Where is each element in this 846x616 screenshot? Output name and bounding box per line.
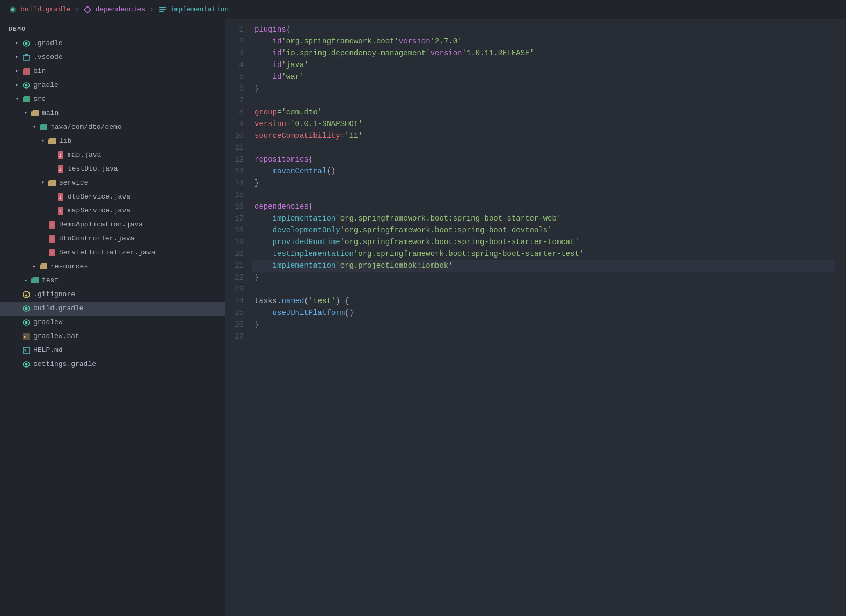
breadcrumb-gradle-file[interactable]: build.gradle: [20, 5, 71, 13]
code-line-4: id 'java': [252, 59, 835, 71]
sidebar-label: .gradle: [33, 38, 63, 49]
sidebar-item-map-java[interactable]: J map.java: [0, 148, 225, 162]
sidebar-item-service[interactable]: service: [0, 176, 225, 190]
bat-file-icon: ▶: [21, 332, 31, 341]
sidebar-item-mapservice-java[interactable]: J mapService.java: [0, 204, 225, 218]
sidebar-label: dtoService.java: [68, 191, 130, 203]
code-line-2: id 'org.springframework.boot' version '2…: [252, 35, 835, 47]
code-line-25: useJUnitPlatform(): [252, 307, 835, 319]
code-line-13: mavenCentral(): [252, 165, 835, 177]
main-layout: DEMO .gradle .vscode bin: [0, 19, 846, 616]
java-file-icon: J: [56, 150, 65, 160]
code-area[interactable]: plugins { id 'org.springframework.boot' …: [252, 24, 846, 612]
sidebar-label: .vscode: [33, 52, 63, 63]
svg-text:J: J: [59, 153, 61, 158]
sidebar-label: test: [42, 275, 59, 287]
sidebar-label: HELP.md: [33, 344, 63, 356]
sidebar-title: DEMO: [0, 21, 225, 36]
code-line-8: group = 'com.dto': [252, 106, 835, 118]
gradlew-icon: [21, 318, 31, 327]
breadcrumb-sep-1: ›: [75, 5, 79, 13]
bin-folder-icon: [21, 67, 31, 76]
sidebar-item-src[interactable]: src: [0, 92, 225, 106]
md-file-icon: M↓: [21, 346, 31, 355]
code-line-24: tasks.named('test') {: [252, 295, 835, 307]
settings-gradle-icon: [21, 360, 31, 369]
code-line-19: providedRuntime 'org.springframework.boo…: [252, 236, 835, 248]
lib-folder-icon: [47, 136, 57, 146]
arrow-icon: [13, 95, 21, 104]
arrow-icon: [13, 39, 21, 48]
sidebar-label: main: [42, 107, 59, 119]
svg-rect-7: [23, 55, 30, 60]
sidebar-item-gradlew[interactable]: gradlew: [0, 316, 225, 329]
java-pkg-folder-icon: [39, 122, 48, 132]
editor: 1 2 3 4 5 6 7 8 9 10 11 12 13 14 15 16 1…: [225, 19, 846, 616]
code-line-7: [252, 94, 835, 106]
sidebar-item-build-gradle[interactable]: build.gradle: [0, 302, 225, 316]
sidebar-item-gradlew-bat[interactable]: ▶ gradlew.bat: [0, 329, 225, 343]
svg-rect-2: [159, 7, 166, 8]
breadcrumb-impl-icon: [158, 5, 167, 14]
sidebar-label: bin: [33, 65, 46, 77]
svg-point-28: [25, 307, 28, 310]
breadcrumb-implementation[interactable]: implementation: [170, 5, 229, 13]
arrow-icon: [13, 81, 21, 90]
code-line-27: [252, 331, 835, 342]
code-line-23: [252, 283, 835, 295]
code-line-22: }: [252, 272, 835, 283]
sidebar-item-gradle-hidden[interactable]: .gradle: [0, 36, 225, 50]
sidebar-item-resources[interactable]: resources: [0, 260, 225, 274]
arrow-icon: [30, 123, 39, 131]
vscode-folder-icon: [21, 53, 31, 62]
svg-text:J: J: [50, 223, 53, 228]
sidebar-item-servletinitializer-java[interactable]: J ServletInitializer.java: [0, 246, 225, 260]
sidebar-item-settings-gradle[interactable]: settings.gradle: [0, 357, 225, 371]
sidebar-item-dtocontroller-java[interactable]: J dtoController.java: [0, 232, 225, 246]
breadcrumb-dependencies[interactable]: dependencies: [95, 5, 145, 13]
sidebar-item-demoapplication-java[interactable]: J DemoApplication.java: [0, 218, 225, 232]
java-file-icon: J: [56, 206, 65, 216]
arrow-icon: [13, 67, 21, 76]
sidebar: DEMO .gradle .vscode bin: [0, 19, 225, 616]
java-file-icon: J: [56, 192, 65, 202]
code-line-12: repositories {: [252, 153, 835, 165]
java-file-icon: J: [47, 220, 57, 230]
svg-rect-3: [159, 9, 166, 10]
sidebar-label: DemoApplication.java: [59, 219, 143, 231]
sidebar-label: .gitignore: [33, 289, 75, 300]
sidebar-item-bin[interactable]: bin: [0, 64, 225, 78]
svg-text:M↓: M↓: [24, 349, 28, 353]
arrow-icon: [21, 276, 30, 285]
svg-text:J: J: [50, 237, 53, 241]
sidebar-label: testDto.java: [68, 163, 118, 175]
code-line-16: dependencies {: [252, 201, 835, 212]
line-numbers: 1 2 3 4 5 6 7 8 9 10 11 12 13 14 15 16 1…: [225, 24, 252, 612]
sidebar-label: map.java: [68, 149, 101, 161]
arrow-icon: [13, 53, 21, 62]
test-folder-icon: [30, 276, 40, 285]
svg-rect-8: [25, 54, 28, 56]
sidebar-item-dtoservice-java[interactable]: J dtoService.java: [0, 190, 225, 204]
svg-point-30: [25, 321, 28, 324]
sidebar-item-gradle-folder[interactable]: gradle: [0, 78, 225, 92]
code-line-9: version = '0.0.1-SNAPSHOT': [252, 118, 835, 130]
sidebar-item-lib[interactable]: lib: [0, 134, 225, 148]
sidebar-label: build.gradle: [33, 303, 84, 314]
sidebar-label: ServletInitializer.java: [59, 247, 155, 259]
svg-text:J: J: [59, 195, 61, 200]
code-line-5: id 'war': [252, 71, 835, 83]
arrow-icon: [39, 137, 47, 145]
sidebar-item-test[interactable]: test: [0, 274, 225, 288]
java-file-icon: J: [47, 234, 57, 244]
arrow-icon: [30, 262, 39, 271]
sidebar-item-testdto-java[interactable]: J testDto.java: [0, 162, 225, 176]
sidebar-item-vscode[interactable]: .vscode: [0, 50, 225, 64]
sidebar-item-gitignore[interactable]: ◆ .gitignore: [0, 288, 225, 302]
svg-text:J: J: [59, 209, 61, 214]
sidebar-item-help-md[interactable]: M↓ HELP.md: [0, 343, 225, 357]
code-line-17: implementation 'org.springframework.boot…: [252, 212, 835, 224]
breadcrumb-gradle-icon: [9, 5, 17, 14]
sidebar-item-java-pkg[interactable]: java/com/dto/demo: [0, 120, 225, 134]
sidebar-item-main[interactable]: main: [0, 106, 225, 120]
